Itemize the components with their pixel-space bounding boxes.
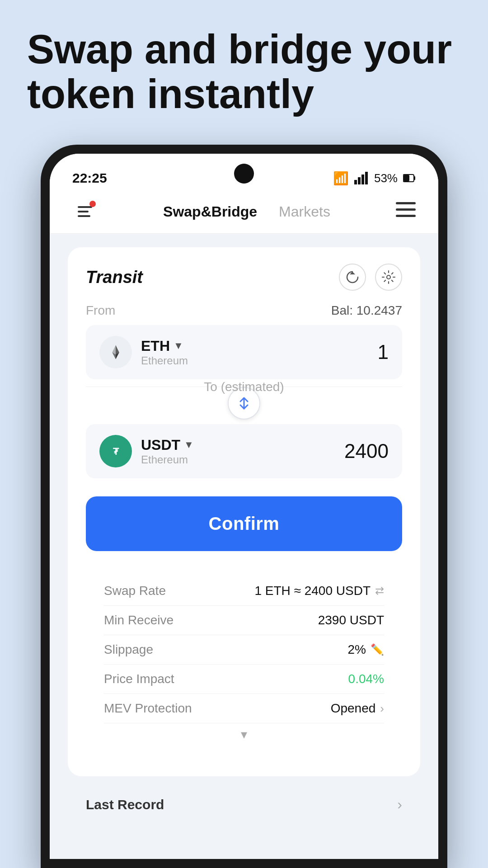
to-token-chevron: ▼ bbox=[184, 439, 194, 451]
swap-direction-area: To (estimated) bbox=[86, 387, 402, 387]
collapse-arrow[interactable]: ▾ bbox=[104, 723, 384, 745]
swap-rate-row: Swap Rate 1 ETH ≈ 2400 USDT ⇄ bbox=[104, 576, 384, 606]
notification-dot bbox=[89, 201, 96, 207]
phone-screen: 22:25 📶 53% bbox=[50, 154, 438, 859]
to-token-symbol: USDT ▼ bbox=[141, 437, 194, 453]
swap-details: Swap Rate 1 ETH ≈ 2400 USDT ⇄ Min Receiv… bbox=[86, 562, 402, 760]
to-token-amount: 2400 bbox=[344, 440, 389, 462]
svg-text:₮: ₮ bbox=[113, 447, 119, 457]
svg-rect-2 bbox=[361, 175, 364, 184]
usdt-logo: ₮ bbox=[99, 435, 132, 467]
to-token-row[interactable]: ₮ USDT ▼ Ethereum 2400 bbox=[86, 424, 402, 478]
min-receive-value: 2390 USDT bbox=[318, 613, 384, 627]
svg-rect-1 bbox=[358, 177, 361, 184]
mev-protection-value: Opened › bbox=[331, 701, 384, 716]
price-impact-label: Price Impact bbox=[104, 672, 174, 686]
settings-button[interactable] bbox=[375, 264, 402, 291]
balance-display: Bal: 10.2437 bbox=[331, 303, 402, 318]
svg-rect-11 bbox=[396, 208, 416, 211]
refresh-button[interactable] bbox=[339, 264, 366, 291]
nav-bar: Swap&Bridge Markets bbox=[50, 190, 438, 234]
svg-rect-12 bbox=[396, 215, 416, 217]
main-content: Transit bbox=[50, 234, 438, 859]
min-receive-label: Min Receive bbox=[104, 613, 174, 627]
svg-rect-5 bbox=[414, 176, 415, 180]
wifi-icon: 📶 bbox=[333, 171, 349, 186]
nav-tabs: Swap&Bridge Markets bbox=[163, 203, 330, 220]
slippage-row: Slippage 2% ✏️ bbox=[104, 635, 384, 665]
to-token-name-block: USDT ▼ Ethereum bbox=[141, 437, 194, 466]
mev-protection-row[interactable]: MEV Protection Opened › bbox=[104, 694, 384, 723]
price-impact-value: 0.04% bbox=[348, 672, 384, 686]
nav-left bbox=[72, 199, 98, 224]
slippage-value: 2% ✏️ bbox=[348, 642, 384, 657]
svg-rect-7 bbox=[78, 206, 92, 208]
status-time: 22:25 bbox=[72, 170, 107, 186]
gear-icon bbox=[381, 270, 396, 284]
swap-rate-value: 1 ETH ≈ 2400 USDT ⇄ bbox=[254, 584, 384, 598]
swap-rate-label: Swap Rate bbox=[104, 584, 166, 598]
battery-icon bbox=[403, 174, 416, 183]
svg-rect-0 bbox=[354, 180, 357, 184]
headline-block: Swap and bridge your token instantly bbox=[27, 27, 461, 117]
battery-indicator: 53% bbox=[374, 171, 398, 185]
transit-actions bbox=[339, 264, 402, 291]
last-record-chevron-icon: › bbox=[397, 796, 402, 813]
slippage-label: Slippage bbox=[104, 642, 153, 657]
from-token-name-block: ETH ▼ Ethereum bbox=[141, 338, 188, 367]
mev-protection-label: MEV Protection bbox=[104, 701, 192, 716]
tab-markets[interactable]: Markets bbox=[279, 203, 330, 220]
mev-chevron-icon: › bbox=[380, 702, 384, 716]
from-token-amount[interactable]: 1 bbox=[378, 341, 389, 363]
signal-icon bbox=[354, 172, 369, 184]
svg-point-13 bbox=[387, 275, 390, 279]
notification-button[interactable] bbox=[72, 199, 98, 224]
tab-swap-bridge[interactable]: Swap&Bridge bbox=[163, 203, 257, 220]
camera-notch bbox=[234, 164, 254, 184]
from-token-chevron: ▼ bbox=[174, 340, 183, 352]
from-token-chain: Ethereum bbox=[141, 354, 188, 367]
to-token-chain: Ethereum bbox=[141, 453, 194, 466]
svg-rect-3 bbox=[365, 172, 368, 184]
confirm-button[interactable]: Confirm bbox=[86, 496, 402, 551]
to-token-info: ₮ USDT ▼ Ethereum bbox=[99, 435, 194, 467]
from-section-header: From Bal: 10.2437 bbox=[86, 303, 402, 318]
to-label: To (estimated) bbox=[204, 380, 284, 394]
from-token-info: ETH ▼ Ethereum bbox=[99, 336, 188, 368]
transit-title: Transit bbox=[86, 268, 143, 287]
last-record-section[interactable]: Last Record › bbox=[68, 785, 420, 824]
svg-rect-8 bbox=[78, 211, 89, 212]
svg-rect-6 bbox=[404, 175, 409, 181]
eth-logo bbox=[99, 336, 132, 368]
from-token-row[interactable]: ETH ▼ Ethereum 1 bbox=[86, 325, 402, 379]
price-impact-row: Price Impact 0.04% bbox=[104, 665, 384, 694]
min-receive-row: Min Receive 2390 USDT bbox=[104, 606, 384, 635]
menu-button[interactable] bbox=[396, 202, 416, 221]
svg-rect-9 bbox=[78, 215, 90, 217]
from-label: From bbox=[86, 303, 115, 318]
refresh-icon bbox=[345, 270, 360, 284]
status-icons: 📶 53% bbox=[333, 171, 416, 186]
headline-text: Swap and bridge your token instantly bbox=[27, 27, 461, 117]
svg-rect-10 bbox=[396, 202, 416, 204]
transit-card: Transit bbox=[68, 247, 420, 776]
swap-rate-icon: ⇄ bbox=[375, 585, 384, 597]
last-record-label: Last Record bbox=[86, 797, 164, 812]
transit-header: Transit bbox=[86, 264, 402, 291]
slippage-edit-icon[interactable]: ✏️ bbox=[371, 643, 384, 656]
phone-shell: 22:25 📶 53% bbox=[41, 145, 447, 868]
from-token-symbol: ETH ▼ bbox=[141, 338, 188, 354]
